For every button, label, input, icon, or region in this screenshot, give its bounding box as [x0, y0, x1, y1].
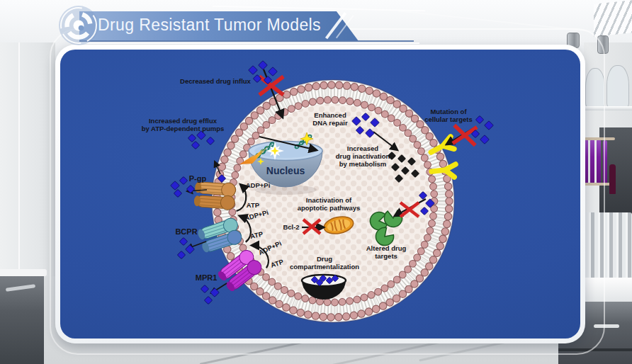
banner-underline — [79, 42, 419, 44]
slide-panel — [55, 45, 585, 343]
reagent-bottle — [609, 164, 616, 194]
wall-seam — [18, 42, 20, 276]
ceiling-vent-icon — [594, 0, 632, 37]
label-nucleus: Nucleus — [266, 165, 305, 177]
label-bcl2: Bcl-2 — [283, 223, 299, 231]
label-bcpr: BCPR — [175, 227, 197, 237]
label-inactivation-apoptotic-pathways: Inactivation of apoptotic pathways — [298, 196, 361, 212]
label-increased-drug-inactivation: Increased drug inactivation by metabolis… — [336, 144, 390, 169]
label-increased-drug-efflux: Increased drug efflux by ATP-dependent p… — [142, 117, 225, 132]
label-altered-drug-targets: Altered drug targets — [366, 244, 406, 260]
glass-flask — [606, 65, 629, 109]
label-mpr1: MPR1 — [196, 273, 218, 283]
label-enhanced-dna-repair: Enhanced DNA repair — [312, 111, 347, 127]
slide: Drug Resistant Tumor Models — [0, 0, 632, 364]
logo-icon — [57, 4, 101, 47]
slide-panel-blue — [60, 50, 580, 339]
lab-wall-left — [0, 42, 55, 276]
label-drug-compartmentalization: Drug compartmentalization — [290, 255, 359, 271]
page-title: Drug Resistant Tumor Models — [98, 16, 321, 35]
counter-edge — [0, 269, 47, 276]
label-decreased-drug-influx: Decreased drug influx — [180, 77, 251, 85]
label-adp-pi-pgp: ADP+Pi — [246, 181, 271, 189]
label-atp-pgp: ATP — [247, 201, 259, 209]
label-pgp: P-gp — [189, 174, 206, 183]
label-mutation-of-cellular-targets: Mutation of cellular targets — [424, 108, 473, 123]
